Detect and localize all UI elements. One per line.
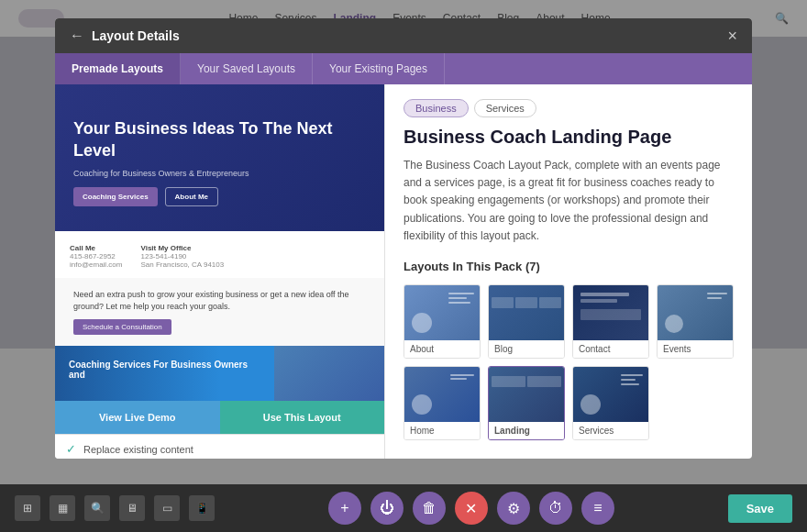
settings-button[interactable]: ⚙ [497,492,530,525]
mini-card [527,376,561,387]
modal-header: ← Layout Details × [55,18,752,53]
thumb-line [621,374,643,376]
hero-title: Your Business Ideas To The Next Level [73,118,366,161]
layout-title: Business Coach Landing Page [404,127,734,148]
menu-button[interactable]: ≡ [581,492,614,525]
thumb-img-about [404,285,480,340]
pack-title: Layouts In This Pack (7) [404,260,734,273]
close-button-toolbar[interactable]: ✕ [455,492,488,525]
delete-button[interactable]: 🗑 [413,492,446,525]
checkbox-icon[interactable]: ✓ [66,442,76,456]
use-this-layout-button[interactable]: Use This Layout [220,401,385,434]
layout-thumb-events[interactable]: Events [657,284,734,359]
contact-line [580,293,629,296]
checkbox-label: Replace existing content [83,444,193,455]
mini-card [492,297,514,308]
hero-buttons: Coaching Services About Me [73,187,366,206]
thumb-lines-about [448,293,474,304]
layout-thumb-home[interactable]: Home [404,366,481,440]
toolbar-center: + ⏻ 🗑 ✕ ⚙ ⏱ ≡ [328,492,614,525]
thumb-line [621,383,639,385]
tag-services[interactable]: Services [474,99,536,117]
monitor-icon-btn[interactable]: 🖥 [119,495,145,521]
thumb-line [621,379,636,381]
timer-button[interactable]: ⏱ [539,492,572,525]
section-text: Need an extra push to grow your existing… [73,289,366,312]
thumb-lines-services [621,374,643,385]
power-button[interactable]: ⏻ [370,492,404,525]
tag-row: Business Services [404,99,734,117]
thumb-label-about: About [404,340,480,358]
layout-thumb-about[interactable]: About [404,284,481,359]
modal-title: Layout Details [92,28,180,43]
contact-left: Call Me 415-867-2952 info@email.com [70,244,122,269]
thumb-label-blog: Blog [489,340,564,358]
thumb-person-events [665,315,683,333]
toolbar-left: ⊞ ▦ 🔍 🖥 ▭ 📱 [15,495,215,521]
tag-business[interactable]: Business [404,99,469,117]
layout-thumb-contact[interactable]: Contact [572,284,649,359]
thumb-img-services [573,367,648,422]
contact-line [580,299,617,303]
modal-body: Your Business Ideas To The Next Level Co… [55,84,752,459]
layout-thumb-blog[interactable]: Blog [488,284,565,359]
search-icon-btn[interactable]: 🔍 [84,495,110,521]
mini-card [539,297,561,308]
thumb-label-services: Services [573,422,648,439]
coaching-btn[interactable]: Coaching Services [73,187,158,206]
preview-cta: Coaching Services For Business Owners an… [55,346,384,401]
thumb-img-blog [489,285,564,340]
bottom-toolbar: ⊞ ▦ 🔍 🖥 ▭ 📱 + ⏻ 🗑 ✕ ⚙ ⏱ ≡ Save [0,484,807,532]
cta-text: Coaching Services For Business Owners an… [55,346,274,401]
tablet-icon-btn[interactable]: ▭ [154,495,180,521]
thumb-person-about [412,313,432,333]
thumb-img-landing [489,367,564,422]
modal-header-left: ← Layout Details [70,28,180,44]
layouts-grid: About Blog [404,284,734,440]
thumb-label-home: Home [404,422,480,439]
thumb-img-contact [573,285,648,340]
thumb-line [450,374,474,376]
thumb-line [448,302,470,304]
layout-thumb-services[interactable]: Services [572,366,649,440]
grid-icon-btn[interactable]: ⊞ [15,495,40,521]
schedule-btn[interactable]: Schedule a Consultation [73,319,171,335]
thumb-line [448,297,467,299]
layout-details-modal: ← Layout Details × Premade Layouts Your … [55,18,752,459]
thumb-line [707,297,722,299]
tab-premade-layouts[interactable]: Premade Layouts [55,53,181,84]
thumb-person-services [580,394,601,415]
mini-card [492,376,525,387]
layout-icon-btn[interactable]: ▦ [50,495,75,521]
thumb-img-events [658,285,733,340]
thumb-label-contact: Contact [573,340,648,358]
thumb-line [448,293,474,294]
detail-panel: Business Services Business Coach Landing… [385,84,752,459]
mini-card [515,297,537,308]
about-btn[interactable]: About Me [165,187,218,206]
mobile-icon-btn[interactable]: 📱 [189,495,215,521]
thumb-line [450,378,467,380]
tab-existing-pages[interactable]: Your Existing Pages [313,53,445,84]
modal-tabs: Premade Layouts Your Saved Layouts Your … [55,53,752,84]
thumb-lines-events [707,293,727,299]
save-button[interactable]: Save [728,494,792,523]
thumb-img-home [404,367,480,422]
close-button[interactable]: × [727,28,737,44]
tab-saved-layouts[interactable]: Your Saved Layouts [181,53,313,84]
thumb-line [707,293,727,294]
cta-image [274,346,384,401]
thumb-label-landing: Landing [489,422,564,439]
thumb-person-home [412,394,432,415]
contact-right: Visit My Office 123-541-4190 San Francis… [140,244,224,269]
hero-subtitle: Coaching for Business Owners & Entrepren… [73,169,366,178]
view-live-demo-button[interactable]: View Live Demo [55,401,220,434]
layout-thumb-landing[interactable]: Landing [488,366,565,440]
preview-panel: Your Business Ideas To The Next Level Co… [55,84,385,459]
preview-actions: View Live Demo Use This Layout [55,401,384,434]
add-button[interactable]: + [328,492,361,525]
preview-hero: Your Business Ideas To The Next Level Co… [55,84,384,231]
back-button[interactable]: ← [70,28,84,44]
layout-desc: The Business Coach Layout Pack, complete… [404,157,734,245]
replace-content-row: ✓ Replace existing content [55,434,384,459]
